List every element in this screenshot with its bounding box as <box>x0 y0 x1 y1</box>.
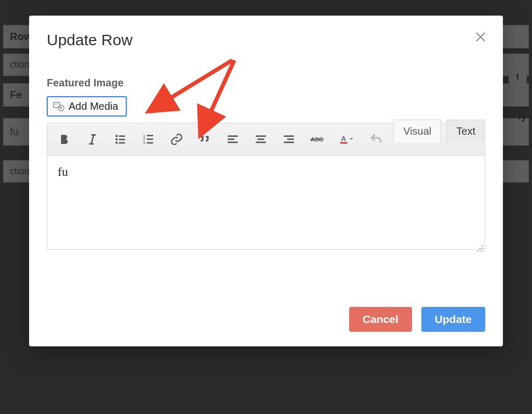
align-left-icon <box>226 133 240 146</box>
undo-icon <box>369 133 383 146</box>
bullet-list-button[interactable] <box>107 127 135 152</box>
svg-rect-18 <box>256 135 266 137</box>
update-row-modal: Update Row Featured Image Add Media Visu… <box>29 16 503 346</box>
close-icon <box>474 30 487 44</box>
strikethrough-button[interactable]: ABC <box>303 127 331 152</box>
svg-point-30 <box>482 248 483 249</box>
svg-rect-27 <box>340 142 348 144</box>
align-center-button[interactable] <box>247 127 275 152</box>
svg-point-7 <box>115 141 117 144</box>
svg-point-31 <box>477 251 478 252</box>
svg-rect-23 <box>284 141 294 143</box>
svg-text:A: A <box>341 134 347 142</box>
text-color-button[interactable]: A <box>331 127 362 152</box>
close-button[interactable] <box>474 30 487 44</box>
svg-rect-12 <box>147 138 153 140</box>
svg-rect-19 <box>258 138 264 140</box>
add-media-label: Add Media <box>69 100 118 112</box>
resize-grip-icon <box>476 245 484 252</box>
svg-point-28 <box>482 245 483 247</box>
cancel-button[interactable]: Cancel <box>349 307 412 332</box>
strikethrough-icon: ABC <box>310 133 324 146</box>
svg-point-5 <box>115 138 117 140</box>
add-media-button[interactable]: Add Media <box>47 96 127 117</box>
svg-rect-16 <box>228 138 234 140</box>
svg-point-33 <box>482 251 483 252</box>
editor-textarea[interactable]: fu <box>47 156 485 249</box>
undo-button[interactable] <box>362 127 390 152</box>
editor-tabs: Visual Text <box>393 120 485 143</box>
svg-rect-14 <box>147 142 153 144</box>
quote-icon <box>198 133 211 146</box>
svg-rect-22 <box>287 138 294 140</box>
numbered-list-icon: 1 2 3 <box>142 133 155 146</box>
svg-point-1 <box>55 104 57 105</box>
align-right-button[interactable] <box>275 127 303 152</box>
tab-text[interactable]: Text <box>446 120 485 143</box>
align-center-icon <box>254 133 268 146</box>
italic-icon <box>86 133 99 146</box>
svg-rect-10 <box>147 135 153 136</box>
italic-button[interactable] <box>78 127 107 152</box>
svg-rect-6 <box>119 138 125 140</box>
text-color-icon: A <box>340 133 353 146</box>
align-left-button[interactable] <box>219 127 247 152</box>
update-button[interactable]: Update <box>421 307 485 332</box>
svg-line-35 <box>202 60 234 132</box>
svg-rect-21 <box>284 135 294 137</box>
svg-point-32 <box>480 251 481 252</box>
link-button[interactable] <box>163 127 191 152</box>
svg-rect-15 <box>228 135 238 137</box>
svg-text:3: 3 <box>143 140 145 145</box>
link-icon <box>170 133 183 146</box>
modal-title: Update Row <box>47 31 485 49</box>
editor-content: fu <box>58 165 68 178</box>
bold-icon <box>58 133 71 146</box>
resize-handle[interactable] <box>476 241 484 249</box>
featured-image-label: Featured Image <box>47 77 485 89</box>
svg-rect-17 <box>228 141 238 143</box>
align-right-icon <box>282 133 296 146</box>
tab-visual[interactable]: Visual <box>393 120 441 143</box>
svg-rect-8 <box>119 142 125 144</box>
modal-overlay[interactable]: Update Row Featured Image Add Media Visu… <box>0 0 532 414</box>
svg-point-3 <box>115 135 117 137</box>
svg-point-29 <box>480 248 481 249</box>
media-icon <box>53 101 64 112</box>
blockquote-button[interactable] <box>191 127 219 152</box>
svg-rect-20 <box>256 141 266 143</box>
bullet-list-icon <box>114 133 127 146</box>
modal-footer: Cancel Update <box>47 307 485 332</box>
numbered-list-button[interactable]: 1 2 3 <box>135 127 163 152</box>
svg-rect-4 <box>119 135 125 137</box>
bold-button[interactable] <box>50 127 78 152</box>
